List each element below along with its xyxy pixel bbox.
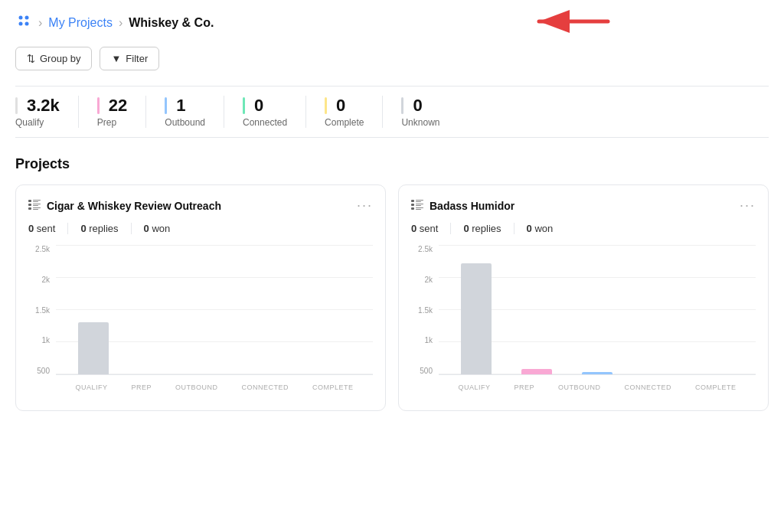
svg-rect-8 [28, 204, 31, 206]
chart-y-labels: 2.5k 2k 1.5k 1k 500 [411, 245, 436, 375]
svg-rect-16 [416, 201, 421, 202]
svg-rect-5 [28, 200, 31, 202]
breadcrumb: › My Projects › Whiskey & Co. [15, 12, 769, 33]
chart-container: 2.5k 2k 1.5k 1k 500 [411, 245, 756, 398]
card-stats: 0 sent 0 replies 0 won [28, 223, 373, 234]
chart-x-label-4: COMPLETE [312, 383, 354, 391]
chart-x-label-2: OUTBOUND [175, 383, 218, 391]
card-replies: 0 replies [463, 223, 514, 234]
stat-bar [15, 97, 18, 114]
svg-rect-12 [33, 207, 41, 208]
projects-grid: Cigar & Whiskey Review Outreach ··· 0 se… [15, 184, 769, 411]
chart-x-labels: QUALIFY PREP OUTBOUND CONNECTED COMPLETE [439, 377, 756, 398]
chart-bar-group-4 [703, 245, 733, 374]
card-replies: 0 replies [80, 223, 131, 234]
group-by-button[interactable]: ⇅ Group by [15, 47, 92, 70]
stat-item-qualify: 3.2k Qualify [15, 96, 79, 128]
card-title-row: Cigar & Whiskey Review Outreach [28, 199, 221, 212]
stat-item-outbound: 1 Outbound [165, 96, 224, 128]
card-title-row: Badass Humidor [411, 199, 514, 212]
card-menu-button[interactable]: ··· [740, 197, 756, 214]
stat-label: Unknown [401, 117, 439, 128]
stat-label: Connected [243, 117, 287, 128]
svg-rect-15 [416, 200, 423, 201]
card-list-icon [411, 199, 423, 212]
svg-rect-6 [33, 200, 41, 201]
projects-section-title: Projects [15, 156, 769, 172]
card-header: Cigar & Whiskey Review Outreach ··· [28, 197, 373, 214]
chart-bar-group-0 [461, 245, 492, 374]
svg-rect-14 [411, 200, 414, 202]
chart-bar-group-0 [78, 245, 109, 374]
svg-rect-17 [411, 204, 414, 206]
card-stats: 0 sent 0 replies 0 won [411, 223, 756, 234]
svg-rect-10 [33, 205, 38, 206]
chart-x-label-0: QUALIFY [458, 383, 490, 391]
home-icon [15, 12, 32, 33]
breadcrumb-sep-2: › [119, 16, 122, 30]
chart-bar-group-2 [199, 245, 230, 374]
chart-x-label-1: PREP [131, 383, 152, 391]
chart-bar-group-2 [582, 245, 612, 374]
chart-x-labels: QUALIFY PREP OUTBOUND CONNECTED COMPLETE [56, 377, 373, 398]
chart-bars [439, 245, 756, 374]
chart-bar-group-1 [139, 245, 169, 374]
chart-bar-2 [582, 372, 612, 374]
chart-bar-group-4 [320, 245, 351, 374]
chart-y-label: 2k [28, 276, 53, 284]
svg-rect-11 [28, 207, 31, 210]
chart-area [56, 245, 373, 375]
chart-x-label-2: OUTBOUND [558, 383, 601, 391]
breadcrumb-sep-1: › [38, 16, 42, 30]
card-menu-button[interactable]: ··· [357, 197, 373, 214]
card-sent: 0 sent [28, 223, 68, 234]
toolbar: ⇅ Group by ▼ Filter [15, 47, 769, 70]
stat-item-complete: 0 Complete [325, 96, 383, 128]
chart-bar-0 [78, 322, 109, 374]
stat-number: 1 [165, 96, 205, 116]
stat-label: Outbound [165, 117, 205, 128]
breadcrumb-my-projects[interactable]: My Projects [48, 16, 113, 30]
svg-rect-21 [416, 207, 423, 208]
chart-y-label: 1k [28, 336, 53, 344]
card-won: 0 won [144, 223, 183, 234]
svg-point-0 [19, 16, 23, 20]
stat-number: 22 [97, 96, 127, 116]
chart-y-label: 2k [411, 276, 436, 284]
stat-label: Complete [325, 117, 364, 128]
chart-bar-group-3 [260, 245, 290, 374]
svg-rect-20 [411, 207, 414, 210]
chart-y-label: 2.5k [411, 245, 436, 253]
filter-button[interactable]: ▼ Filter [100, 47, 159, 70]
svg-point-3 [25, 22, 29, 26]
project-card-humidor: Badass Humidor ··· 0 sent 0 replies 0 wo… [398, 184, 769, 411]
svg-rect-13 [33, 209, 38, 210]
card-won: 0 won [527, 223, 566, 234]
stat-bar [325, 97, 327, 114]
project-card-cigar: Cigar & Whiskey Review Outreach ··· 0 se… [15, 184, 386, 411]
stat-label: Qualify [15, 117, 60, 128]
chart-bar-1 [521, 369, 552, 374]
chart-x-label-0: QUALIFY [75, 383, 107, 391]
chart-bars [56, 245, 373, 374]
group-by-label: Group by [40, 53, 80, 64]
chart-y-label: 500 [28, 367, 53, 375]
card-title: Badass Humidor [430, 200, 514, 212]
stat-label: Prep [97, 117, 127, 128]
stat-number: 3.2k [15, 96, 60, 116]
stat-bar [165, 97, 167, 114]
svg-point-1 [25, 16, 29, 20]
stat-item-connected: 0 Connected [243, 96, 306, 128]
chart-x-label-3: CONNECTED [624, 383, 671, 391]
chart-bar-group-3 [642, 245, 673, 374]
chart-x-label-4: COMPLETE [695, 383, 737, 391]
chart-bar-0 [461, 263, 492, 374]
stat-item-prep: 22 Prep [97, 96, 146, 128]
stat-number: 0 [243, 96, 287, 116]
svg-rect-22 [416, 209, 421, 210]
card-sent: 0 sent [411, 223, 451, 234]
chart-container: 2.5k 2k 1.5k 1k 500 [28, 245, 373, 398]
filter-icon: ▼ [111, 53, 121, 64]
svg-rect-19 [416, 205, 421, 206]
arrow-annotation [524, 6, 616, 39]
